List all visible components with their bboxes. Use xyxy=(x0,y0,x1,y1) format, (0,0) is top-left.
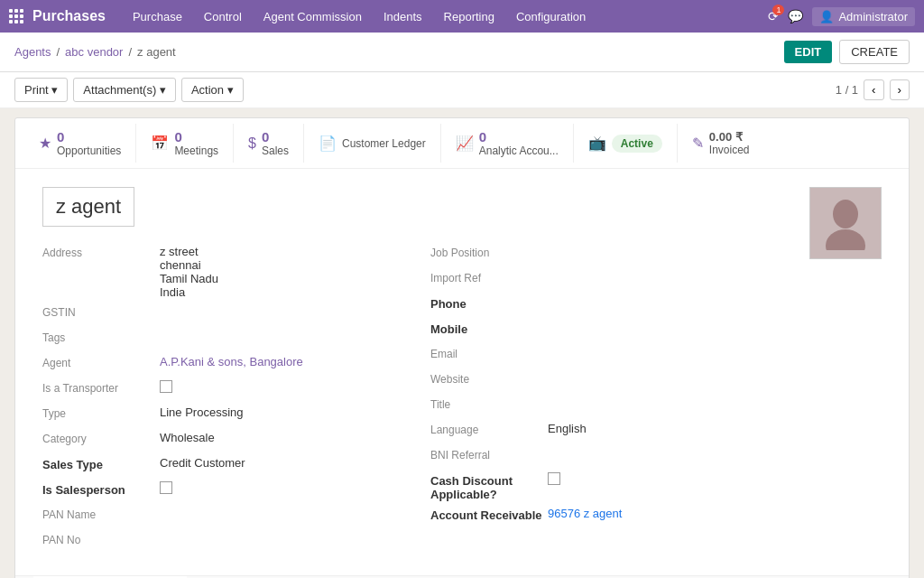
address-label: Address xyxy=(42,245,160,259)
agent-value[interactable]: A.P.Kani & sons, Bangalore xyxy=(160,355,303,368)
breadcrumb-agents[interactable]: Agents xyxy=(14,45,51,59)
svg-point-0 xyxy=(833,200,858,228)
nav-agent-commission[interactable]: Agent Commission xyxy=(254,5,371,29)
cash-discount-row: Cash DiscountApplicable? xyxy=(430,472,791,501)
smart-buttons-bar: ★ 0 Opportunities 📅 0 Meetings $ 0 Sales xyxy=(15,118,909,169)
category-label: Category xyxy=(42,431,160,445)
nav-control[interactable]: Control xyxy=(195,5,251,29)
tags-label: Tags xyxy=(42,330,160,344)
breadcrumb-sep1: / xyxy=(56,45,60,59)
job-position-label: Job Position xyxy=(430,245,548,259)
apps-menu-button[interactable] xyxy=(9,9,23,23)
language-row: Language English xyxy=(430,422,791,442)
avatar[interactable] xyxy=(809,187,882,259)
attachments-button[interactable]: Attachment(s) ▾ xyxy=(73,78,176,102)
account-receivable-row: Account Receivable 96576 z agent xyxy=(430,507,791,527)
topbar-right: ⟳ 1 💬 👤 Administrator xyxy=(768,7,915,26)
form-columns: Address z street chennai Tamil Nadu Indi… xyxy=(42,245,791,557)
mobile-row: Mobile xyxy=(430,321,791,340)
chat-icon[interactable]: 💬 xyxy=(788,9,803,23)
create-button[interactable]: CREATE xyxy=(839,40,910,64)
nav-configuration[interactable]: Configuration xyxy=(507,5,595,29)
main-content: ★ 0 Opportunities 📅 0 Meetings $ 0 Sales xyxy=(0,108,924,578)
breadcrumb-actions: EDIT CREATE xyxy=(784,40,910,64)
breadcrumb-abc-vendor[interactable]: abc vendor xyxy=(65,45,123,59)
tags-row: Tags xyxy=(42,330,403,350)
account-receivable-label: Account Receivable xyxy=(430,507,548,522)
account-receivable-value[interactable]: 96576 z agent xyxy=(548,507,622,520)
title-row: Title xyxy=(430,396,791,416)
action-bar: Print ▾ Attachment(s) ▾ Action ▾ 1 / 1 ‹… xyxy=(0,72,924,108)
type-value: Line Processing xyxy=(160,406,244,419)
bni-referral-label: BNI Referral xyxy=(430,447,548,461)
dollar-icon: $ xyxy=(248,135,256,152)
calendar-icon: 📅 xyxy=(151,135,169,152)
user-name: Administrator xyxy=(838,10,908,23)
website-label: Website xyxy=(430,371,548,386)
edit-invoiced-icon: ✎ xyxy=(692,135,704,152)
sales-type-value: Credit Customer xyxy=(160,456,245,470)
analytic-btn[interactable]: 📈 0 Analytic Accou... xyxy=(441,124,574,163)
monitor-icon: 📺 xyxy=(588,135,606,152)
type-row: Type Line Processing xyxy=(42,406,403,425)
is-salesperson-row: Is Salesperson xyxy=(42,481,403,501)
is-transporter-checkbox[interactable] xyxy=(160,380,172,393)
top-nav: Purchase Control Agent Commission Indent… xyxy=(124,5,768,29)
language-value: English xyxy=(548,422,587,435)
breadcrumb-current: z agent xyxy=(137,45,176,59)
sales-type-label: Sales Type xyxy=(42,456,160,471)
nav-indents[interactable]: Indents xyxy=(374,5,431,29)
address-row: Address z street chennai Tamil Nadu Indi… xyxy=(42,245,403,299)
action-bar-left: Print ▾ Attachment(s) ▾ Action ▾ xyxy=(14,78,244,102)
sales-btn[interactable]: $ 0 Sales xyxy=(234,124,304,163)
next-record-button[interactable]: › xyxy=(890,79,910,100)
email-label: Email xyxy=(430,346,548,360)
active-btn[interactable]: 📺 Active xyxy=(574,124,678,163)
is-transporter-row: Is a Transporter xyxy=(42,380,403,400)
action-bar-right: 1 / 1 ‹ › xyxy=(836,79,910,100)
language-label: Language xyxy=(430,422,548,436)
pan-name-label: PAN Name xyxy=(42,507,160,521)
prev-record-button[interactable]: ‹ xyxy=(864,79,883,100)
user-menu[interactable]: 👤 Administrator xyxy=(812,7,915,26)
refresh-icon[interactable]: ⟳ 1 xyxy=(768,9,779,23)
pan-name-row: PAN Name xyxy=(42,507,403,527)
form-main: z agent Address z street chennai Tamil N… xyxy=(42,187,791,557)
breadcrumb-bar: Agents / abc vendor / z agent EDIT CREAT… xyxy=(0,33,924,72)
breadcrumb: Agents / abc vendor / z agent xyxy=(14,45,176,59)
topbar: Purchases Purchase Control Agent Commiss… xyxy=(0,0,924,33)
opportunities-btn[interactable]: ★ 0 Opportunities xyxy=(24,124,136,163)
nav-purchase[interactable]: Purchase xyxy=(124,5,191,29)
customer-ledger-btn[interactable]: 📄 Customer Ledger xyxy=(304,124,441,163)
print-button[interactable]: Print ▾ xyxy=(14,78,68,102)
form-area: z agent Address z street chennai Tamil N… xyxy=(15,169,909,575)
record-card: ★ 0 Opportunities 📅 0 Meetings $ 0 Sales xyxy=(14,117,910,578)
action-button[interactable]: Action ▾ xyxy=(181,78,244,102)
gstin-label: GSTIN xyxy=(42,304,160,319)
gstin-row: GSTIN xyxy=(42,304,403,324)
category-value: Wholesale xyxy=(160,431,215,444)
agent-name-display: z agent xyxy=(42,187,134,227)
sales-type-row: Sales Type Credit Customer xyxy=(42,456,403,476)
invoiced-btn[interactable]: ✎ 0.00 ₹ Invoiced xyxy=(678,124,764,163)
website-row: Website xyxy=(430,371,791,391)
title-label: Title xyxy=(430,396,548,411)
breadcrumb-sep2: / xyxy=(128,45,132,59)
svg-point-1 xyxy=(826,229,865,250)
is-salesperson-checkbox[interactable] xyxy=(160,481,172,494)
phone-row: Phone xyxy=(430,295,791,315)
app-title: Purchases xyxy=(32,8,106,24)
nav-reporting[interactable]: Reporting xyxy=(435,5,504,29)
chart-icon: 📈 xyxy=(456,135,474,152)
phone-label: Phone xyxy=(430,295,548,311)
meetings-btn[interactable]: 📅 0 Meetings xyxy=(136,124,234,163)
pan-no-row: PAN No xyxy=(42,532,403,552)
edit-button[interactable]: EDIT xyxy=(784,41,833,63)
is-transporter-label: Is a Transporter xyxy=(42,380,160,395)
bni-referral-row: BNI Referral xyxy=(430,447,791,467)
agent-label: Agent xyxy=(42,355,160,369)
cash-discount-label: Cash DiscountApplicable? xyxy=(430,472,548,501)
pan-no-label: PAN No xyxy=(42,532,160,546)
cash-discount-checkbox[interactable] xyxy=(548,472,560,485)
form-col-right: Job Position Import Ref Phone Mobil xyxy=(430,245,791,557)
